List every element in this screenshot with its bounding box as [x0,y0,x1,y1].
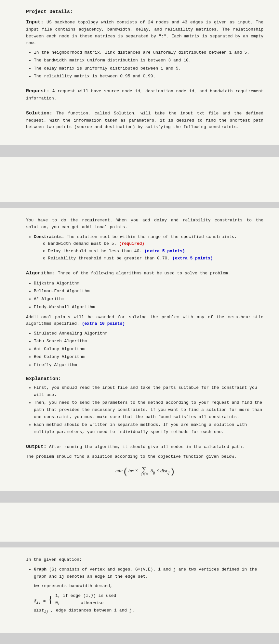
list-item: Bandwidth demand must be 5. (required) [43,241,263,247]
input-paragraph: Input: US backbone topology which consis… [26,19,263,46]
delta-definition: δij = { 1, if edge (i,j) is used 0, othe… [34,592,263,614]
output-text1: After running the algorithm, it should g… [49,444,245,449]
list-item: Ant Colony Algorithm [34,346,263,353]
list-item: Bee Colony Algorithm [34,353,263,361]
section-gap-3 [0,497,279,503]
section-equation: In the given equation: Graph (G) consist… [0,547,279,633]
list-item: The reliability matrix is between 0.95 a… [34,73,263,80]
piecewise-row-2: 0, otherwise [55,599,116,607]
input-intro-text: US backbone topology which consists of 2… [26,20,263,46]
explanation-label: Explanation: [26,376,263,382]
constraints-label: Constraints: [34,234,64,239]
list-item: Firefly Algorithm [34,361,263,369]
algorithm-list: Dijkstra Algorithm Bellman-Ford Algorith… [34,280,263,310]
request-label: Request: [26,88,49,94]
request-text: A request will have source node id, dest… [26,89,263,101]
project-details-title: Project Details: [26,9,263,15]
formula-bw: bw [128,468,134,473]
constraint-item-2-text: Reliability threshold must be greater th… [48,256,172,261]
constraint-subitems: Bandwidth demand must be 5. (required) D… [43,241,263,262]
algorithm-label: Algorithm: [26,270,55,276]
graph-text: (G) consists of vertex and edges, G=(V,E… [34,567,257,579]
list-item: Reliability threshold must be greater th… [43,255,263,262]
formula-sigma: ∑ ij ∈ E [140,466,148,476]
solution-text: The function, called Solution, will take… [26,111,263,130]
output-label: Output: [26,444,46,450]
input-label: Input: [26,20,44,25]
section-gap-4 [0,542,279,547]
list-item: A* Algorithm [34,296,263,303]
constraints-text: The solution must be within the range of… [67,234,237,239]
formula-paren-left: ( [124,466,127,476]
constraint-item-1-text: Delay threshold must be less than 40. [48,249,144,254]
math-formula: min ( bw × ∑ ij ∈ E δij × distij ) [26,466,263,476]
delta-intro-line: δij = { 1, if edge (i,j) is used 0, othe… [34,592,263,607]
bw-text: bw represents bandwidth demand, [34,583,263,590]
constraint-tag-1: (extra 5 points) [144,249,185,254]
solution-label: Solution: [26,111,52,116]
section-constraints-algo: You have to do the requirement. When you… [0,208,279,491]
request-paragraph: Request: A request will have source node… [26,87,263,102]
list-item: Delay threshold must be less than 40. (e… [43,248,263,255]
sigma-char: ∑ [140,466,148,473]
graph-item: Graph (G) consists of vertex and edges, … [34,566,263,580]
list-item: Then, you need to send the parameters to… [34,399,263,421]
section-gap-2 [0,202,279,208]
equation-bullets: Graph (G) consists of vertex and edges, … [34,566,263,580]
formula-min: min [115,468,123,473]
extra-intro-paragraph: Additional points will be awarded for so… [26,314,263,328]
list-item: Flody-Warshall Algorithm [34,304,263,311]
list-item: In the neighborhood matrix, link distanc… [34,49,263,56]
constraint-item-0-text: Bandwidth demand must be 5. [48,241,119,246]
left-brace: { [48,595,53,604]
output-text2: The problem should find a solution accor… [26,453,263,460]
constraints-intro: You have to do the requirement. When you… [26,217,263,231]
constraints-list: Constraints: The solution must be within… [34,233,263,262]
formula-dist: distij [160,468,170,473]
formula-times1: × [135,468,139,473]
dist-definition: distij , edge distances between i and j. [34,608,263,614]
dist-symbol: distij [34,608,48,613]
extra-tag: (extra 10 points) [82,321,125,326]
constraint-tag-2: (extra 5 points) [172,256,213,261]
delta-equals: = [43,599,48,604]
formula-times2: × [156,468,160,473]
equation-intro: In the given equation: [26,557,263,563]
explanation-list: First, you should read the input file an… [34,384,263,436]
piecewise-block: 1, if edge (i,j) is used 0, otherwise [55,592,116,607]
algorithm-intro: Three of the following algorithms must b… [58,271,231,276]
spacer-1 [0,157,279,202]
section-gap-1 [0,151,279,157]
list-item: Each method should be written in separat… [34,421,263,436]
list-item: Simulated Annealing Algorithm [34,330,263,337]
list-item: Tabu Search Algorithm [34,338,263,345]
delta-symbol: δij [34,599,41,604]
extra-intro-text: Additional points will be awarded for so… [26,315,263,326]
extra-list: Simulated Annealing Algorithm Tabu Searc… [34,330,263,368]
dist-text: , edge distances between i and j. [51,608,134,613]
algorithm-heading: Algorithm: Three of the following algori… [26,269,263,277]
delta-brace-wrap: { 1, if edge (i,j) is used 0, otherwise [48,592,116,607]
formula-paren-right: ) [171,466,174,476]
input-bullets: In the neighborhood matrix, link distanc… [34,49,263,80]
spacer-2 [0,503,279,542]
output-paragraph: Output: After running the algorithm, it … [26,443,263,451]
graph-label: Graph [34,567,49,572]
sigma-subscript: ij ∈ E [140,473,148,476]
solution-paragraph: Solution: The function, called Solution,… [26,110,263,131]
formula-delta: δij [151,468,155,473]
list-item: The bandwidth matrix uniform distributio… [34,57,263,64]
section-project-details: Project Details: Input: US backbone topo… [0,0,279,145]
constraint-tag-0: (required) [119,241,144,246]
list-item: The delay matrix is uniformly distribute… [34,65,263,72]
constraints-item: Constraints: The solution must be within… [34,233,263,262]
list-item: Bellman-Ford Algorithm [34,288,263,295]
list-item: Dijkstra Algorithm [34,280,263,287]
piecewise-row-1: 1, if edge (i,j) is used [55,592,116,599]
list-item: First, you should read the input file an… [34,384,263,399]
